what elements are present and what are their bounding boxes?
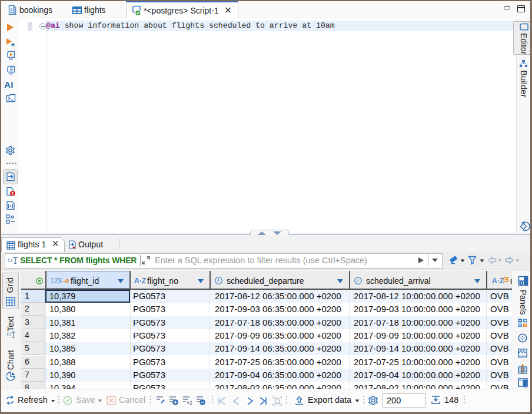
svg-text:×2: ×2 bbox=[187, 400, 192, 405]
